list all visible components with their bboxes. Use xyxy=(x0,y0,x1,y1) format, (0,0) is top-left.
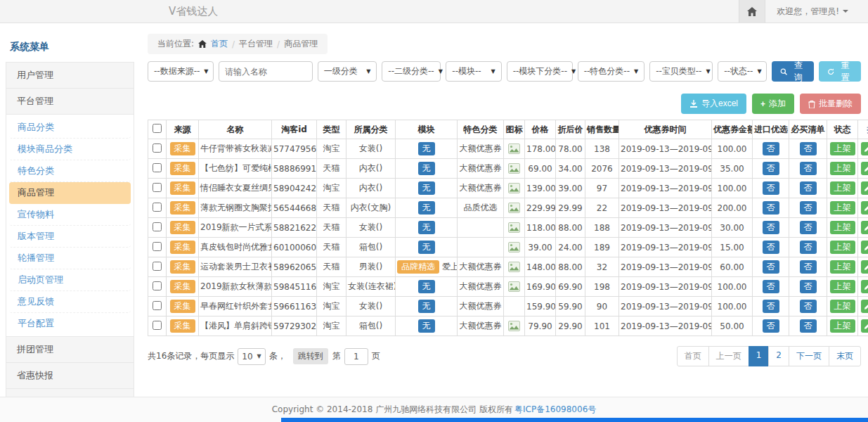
user-menu[interactable]: 欢迎您，管理员! xyxy=(765,6,868,18)
level2-category-filter[interactable]: --二级分类--▼ xyxy=(382,61,441,82)
edit-button[interactable] xyxy=(861,241,868,254)
row-checkbox[interactable] xyxy=(153,321,162,330)
must-buy-toggle[interactable]: 否 xyxy=(800,162,817,174)
sidebar-subitem-10[interactable]: 意见反馈 xyxy=(9,291,131,313)
must-buy-toggle[interactable]: 否 xyxy=(800,201,817,214)
breadcrumb-home-link[interactable]: 首页 xyxy=(211,38,228,50)
module-badge[interactable]: 无 xyxy=(418,319,435,332)
must-buy-toggle[interactable]: 否 xyxy=(800,319,817,332)
sidebar-item-13[interactable]: 省惠快报 xyxy=(6,362,134,388)
pager-button-2[interactable]: 2 xyxy=(768,346,789,366)
sidebar-item-12[interactable]: 拼团管理 xyxy=(6,336,134,362)
sidebar-subitem-5-active[interactable]: 商品管理 xyxy=(9,182,131,204)
row-checkbox[interactable] xyxy=(153,163,162,172)
add-button[interactable]: + 添加 xyxy=(752,94,794,114)
module-badge[interactable]: 无 xyxy=(418,280,435,293)
status-button[interactable]: 上架 xyxy=(830,162,855,174)
row-checkbox[interactable] xyxy=(153,262,162,271)
edit-button[interactable] xyxy=(861,201,868,215)
sidebar-subitem-3[interactable]: 模块商品分类 xyxy=(9,139,131,160)
import-select-toggle[interactable]: 否 xyxy=(763,201,779,214)
row-checkbox[interactable] xyxy=(153,143,162,153)
icp-link[interactable]: 粤ICP备16098006号 xyxy=(514,404,596,416)
must-buy-toggle[interactable]: 否 xyxy=(800,221,817,234)
import-select-toggle[interactable]: 否 xyxy=(763,221,779,234)
batch-delete-button[interactable]: 批量删除 xyxy=(800,94,861,114)
status-button[interactable]: 上架 xyxy=(830,280,855,293)
import-select-toggle[interactable]: 否 xyxy=(763,280,779,293)
import-select-toggle[interactable]: 否 xyxy=(763,260,779,273)
edit-button[interactable] xyxy=(861,319,868,333)
pager-button-末页[interactable]: 末页 xyxy=(829,346,861,366)
must-buy-toggle[interactable]: 否 xyxy=(800,280,817,293)
import-select-toggle[interactable]: 否 xyxy=(763,142,779,155)
sidebar-subitem-7[interactable]: 版本管理 xyxy=(9,226,131,248)
pager-button-首页[interactable]: 首页 xyxy=(677,346,709,366)
status-button[interactable]: 上架 xyxy=(830,221,855,234)
module-badge[interactable]: 无 xyxy=(418,241,435,253)
status-button[interactable]: 上架 xyxy=(830,241,855,253)
data-source-filter[interactable]: --数据来源--▼ xyxy=(148,61,214,82)
row-checkbox[interactable] xyxy=(153,281,162,290)
must-buy-toggle[interactable]: 否 xyxy=(800,142,817,155)
edit-button[interactable] xyxy=(861,162,868,175)
status-button[interactable]: 上架 xyxy=(830,300,855,312)
item-type-filter[interactable]: --宝贝类型--▼ xyxy=(649,61,713,82)
edit-button[interactable] xyxy=(861,280,868,293)
status-filter[interactable]: --状态--▼ xyxy=(718,61,767,82)
sidebar-item-1[interactable]: 平台管理 xyxy=(6,88,134,114)
edit-button[interactable] xyxy=(861,260,868,274)
import-select-toggle[interactable]: 否 xyxy=(763,300,779,312)
sidebar-subitem-9[interactable]: 启动页管理 xyxy=(9,269,131,291)
import-select-toggle[interactable]: 否 xyxy=(763,162,779,174)
level1-category-filter[interactable]: 一级分类▼ xyxy=(318,61,377,82)
status-button[interactable]: 上架 xyxy=(830,260,855,273)
must-buy-toggle[interactable]: 否 xyxy=(800,181,817,194)
edit-button[interactable] xyxy=(861,181,868,195)
module-badge[interactable]: 无 xyxy=(418,221,435,234)
sidebar-item-0[interactable]: 用户管理 xyxy=(6,62,134,88)
status-button[interactable]: 上架 xyxy=(830,181,855,194)
sidebar-subitem-2[interactable]: 商品分类 xyxy=(9,117,131,139)
module-badge[interactable]: 无 xyxy=(418,162,435,174)
module-badge[interactable]: 无 xyxy=(418,300,435,312)
reset-button[interactable]: 重置 xyxy=(819,61,861,82)
edit-button[interactable] xyxy=(861,300,868,313)
home-button[interactable] xyxy=(739,0,765,23)
status-button[interactable]: 上架 xyxy=(830,201,855,214)
status-button[interactable]: 上架 xyxy=(830,319,855,332)
must-buy-toggle[interactable]: 否 xyxy=(800,260,817,273)
import-select-toggle[interactable]: 否 xyxy=(763,181,779,194)
must-buy-toggle[interactable]: 否 xyxy=(800,241,817,253)
edit-button[interactable] xyxy=(861,221,868,234)
edit-button[interactable] xyxy=(861,142,868,155)
module-sub-filter[interactable]: --模块下分类--▼ xyxy=(507,61,573,82)
status-button[interactable]: 上架 xyxy=(830,142,855,155)
module-filter[interactable]: --模块--▼ xyxy=(446,61,501,82)
per-page-select[interactable]: 10 ▼ xyxy=(238,348,265,365)
sidebar-subitem-4[interactable]: 特色分类 xyxy=(9,160,131,182)
pager-button-上一页[interactable]: 上一页 xyxy=(708,346,749,366)
sidebar-subitem-6[interactable]: 宣传物料 xyxy=(9,204,131,226)
search-button[interactable]: 查询 xyxy=(772,61,814,82)
name-search-input[interactable] xyxy=(225,67,306,77)
row-checkbox[interactable] xyxy=(153,183,162,192)
pager-button-下一页[interactable]: 下一页 xyxy=(789,346,829,366)
must-buy-toggle[interactable]: 否 xyxy=(800,300,817,312)
pager-button-1[interactable]: 1 xyxy=(749,346,770,366)
select-all-checkbox[interactable] xyxy=(153,124,162,133)
row-checkbox[interactable] xyxy=(153,242,162,251)
feature-category-filter[interactable]: --特色分类--▼ xyxy=(578,61,644,82)
row-checkbox[interactable] xyxy=(153,301,162,310)
import-excel-button[interactable]: 导入excel xyxy=(681,94,746,114)
module-badge[interactable]: 无 xyxy=(418,201,435,214)
import-select-toggle[interactable]: 否 xyxy=(763,241,779,253)
row-checkbox[interactable] xyxy=(153,222,162,231)
sidebar-subitem-11[interactable]: 平台配置 xyxy=(9,313,131,334)
page-number-input[interactable] xyxy=(344,348,368,365)
sidebar-subitem-8[interactable]: 轮播管理 xyxy=(9,248,131,269)
module-badge[interactable]: 品牌精选 xyxy=(397,260,439,273)
module-badge[interactable]: 无 xyxy=(418,142,435,155)
import-select-toggle[interactable]: 否 xyxy=(763,319,779,332)
jump-button[interactable]: 跳转到 xyxy=(293,348,328,364)
